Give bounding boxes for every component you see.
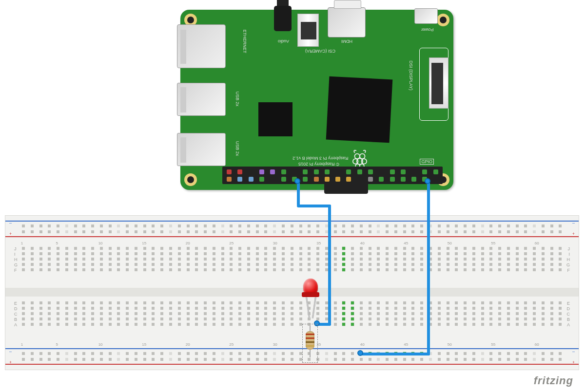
usb-label-1: USB 2x xyxy=(235,92,240,107)
gpio-pin xyxy=(346,177,351,182)
gpio-pin xyxy=(411,169,416,174)
audio-label: Audio xyxy=(278,39,289,44)
gpio-pin xyxy=(249,169,254,174)
dsi-label: DSI (DISPLAY) xyxy=(409,61,414,91)
gpio-pin xyxy=(237,169,242,174)
power-micro-usb xyxy=(414,8,438,24)
wire-gpio-signal xyxy=(297,205,331,207)
chip-small xyxy=(258,102,292,136)
svg-point-1 xyxy=(360,154,365,159)
gpio-pin xyxy=(281,169,286,174)
breadboard: – + – + – + – + JJIIHHGGFFEEDDCCBBAA1155… xyxy=(5,215,579,370)
gpio-pin xyxy=(357,177,362,182)
gpio-pin xyxy=(259,169,264,174)
gpio-pin xyxy=(292,169,297,174)
gpio-pin xyxy=(314,177,319,182)
svg-point-4 xyxy=(362,159,367,164)
gpio-pin xyxy=(314,169,319,174)
csi-connector xyxy=(297,14,319,47)
gpio-pin xyxy=(422,169,427,174)
resistor-leg xyxy=(310,349,311,357)
gpio-pin xyxy=(368,177,373,182)
gpio-header xyxy=(222,167,443,184)
gpio-pin xyxy=(401,169,406,174)
gpio-pin xyxy=(325,169,330,174)
gpio-pin xyxy=(368,169,373,174)
gpio-pin xyxy=(303,177,308,182)
wire-end-icon xyxy=(357,350,363,356)
board-model-text: Raspberry Pi 3 Model B v1.2 xyxy=(292,156,349,161)
gpio-pin xyxy=(259,177,264,182)
hdmi-label: HDMI xyxy=(341,39,352,44)
gpio-pin xyxy=(390,177,395,182)
gpio-pin xyxy=(379,169,384,174)
wire-ground xyxy=(361,353,430,355)
gpio-pin xyxy=(401,177,406,182)
raspberry-pi-board: ETHERNET USB 2x USB 2x Audio CSI (CAMERA… xyxy=(180,10,453,190)
power-label: Power xyxy=(421,27,434,32)
dsi-connector xyxy=(429,57,448,109)
gpio-label: GPIO xyxy=(420,159,434,165)
usb-ports-1 xyxy=(177,83,226,116)
gpio-pin xyxy=(390,169,395,174)
wire-end-icon xyxy=(425,178,430,184)
wire-gpio-signal xyxy=(297,182,300,206)
gpio-pin xyxy=(303,169,308,174)
gpio-pin xyxy=(325,177,330,182)
usb-ports-2 xyxy=(177,133,226,166)
gpio-pin xyxy=(281,177,286,182)
resistor-component xyxy=(306,331,314,350)
wire-ground xyxy=(427,182,430,355)
gpio-pin xyxy=(346,169,351,174)
wire-end-icon xyxy=(294,178,300,184)
chip-soc xyxy=(326,76,393,143)
ethernet-label: ETHERNET xyxy=(242,30,247,54)
gpio-pin xyxy=(270,169,275,174)
gpio-pin xyxy=(379,177,384,182)
svg-point-0 xyxy=(354,154,360,159)
gpio-pin xyxy=(237,177,242,182)
gpio-pin xyxy=(357,169,362,174)
gpio-pin xyxy=(227,177,232,182)
gpio-pin xyxy=(433,177,438,182)
led-component xyxy=(303,279,318,295)
usb-label-2: USB 2x xyxy=(235,141,240,156)
fritzing-watermark: fritzing xyxy=(534,374,573,387)
csi-label: CSI (CAMERA) xyxy=(305,49,335,54)
gpio-pin xyxy=(411,177,416,182)
ethernet-port xyxy=(177,24,226,68)
gpio-pin xyxy=(249,177,254,182)
hdmi-port xyxy=(328,7,366,37)
board-copyright-text: © Raspberry Pi 2015 xyxy=(298,162,339,167)
gpio-pin xyxy=(335,177,340,182)
gpio-pin xyxy=(433,169,438,174)
gpio-pin xyxy=(227,169,232,174)
audio-jack xyxy=(274,6,292,31)
gpio-pin xyxy=(270,177,275,182)
gpio-pin xyxy=(335,169,340,174)
wire-gpio-signal xyxy=(328,205,331,326)
